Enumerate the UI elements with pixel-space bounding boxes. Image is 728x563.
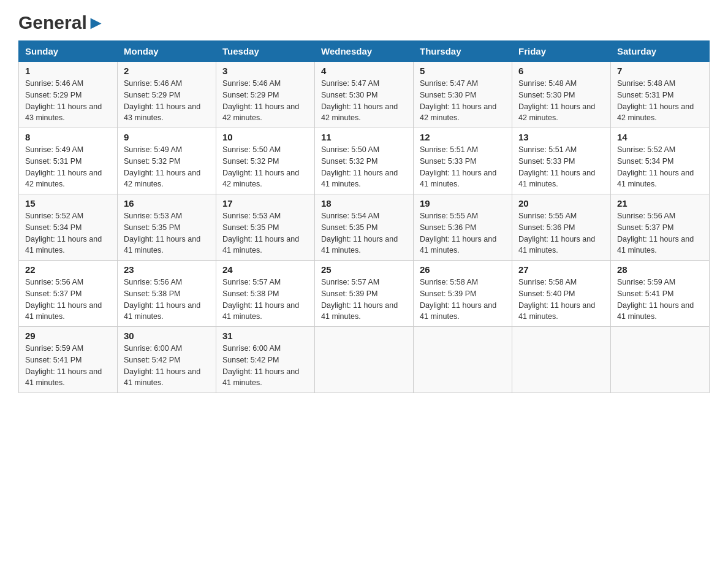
daylight-label: Daylight: 11 hours and 42 minutes.	[222, 102, 299, 123]
calendar-header-row: Sunday Monday Tuesday Wednesday Thursday…	[19, 41, 710, 62]
daylight-label: Daylight: 11 hours and 43 minutes.	[124, 102, 200, 123]
calendar-cell-w1-d6: 6 Sunrise: 5:48 AM Sunset: 5:30 PM Dayli…	[512, 62, 611, 128]
sunset-label: Sunset: 5:32 PM	[124, 157, 180, 166]
calendar-cell-w2-d4: 11 Sunrise: 5:50 AM Sunset: 5:32 PM Dayl…	[315, 128, 414, 194]
calendar-week-2: 8 Sunrise: 5:49 AM Sunset: 5:31 PM Dayli…	[19, 128, 710, 194]
calendar-cell-w4-d5: 26 Sunrise: 5:58 AM Sunset: 5:39 PM Dayl…	[414, 261, 512, 327]
sunset-label: Sunset: 5:29 PM	[222, 91, 279, 99]
header-tuesday: Tuesday	[216, 41, 315, 62]
calendar-cell-w5-d2: 30 Sunrise: 6:00 AM Sunset: 5:42 PM Dayl…	[118, 327, 216, 393]
calendar-cell-w4-d6: 27 Sunrise: 5:58 AM Sunset: 5:40 PM Dayl…	[512, 261, 611, 327]
calendar-cell-w2-d2: 9 Sunrise: 5:49 AM Sunset: 5:32 PM Dayli…	[118, 128, 216, 194]
calendar-cell-w4-d7: 28 Sunrise: 5:59 AM Sunset: 5:41 PM Dayl…	[611, 261, 710, 327]
sunset-label: Sunset: 5:30 PM	[420, 91, 476, 99]
calendar-week-1: 1 Sunrise: 5:46 AM Sunset: 5:29 PM Dayli…	[19, 62, 710, 128]
day-info: Sunrise: 5:52 AM Sunset: 5:34 PM Dayligh…	[25, 210, 111, 256]
logo-image: General►	[18, 12, 105, 33]
sunset-label: Sunset: 5:36 PM	[420, 223, 476, 232]
day-number: 16	[124, 198, 210, 209]
sunset-label: Sunset: 5:29 PM	[124, 91, 180, 99]
day-number: 21	[617, 198, 703, 209]
day-number: 17	[222, 198, 308, 209]
day-number: 2	[124, 66, 210, 76]
daylight-label: Daylight: 11 hours and 41 minutes.	[518, 235, 595, 255]
day-number: 31	[222, 331, 308, 341]
calendar-cell-w1-d2: 2 Sunrise: 5:46 AM Sunset: 5:29 PM Dayli…	[118, 62, 216, 128]
sunrise-label: Sunrise: 5:58 AM	[420, 278, 478, 286]
header-sunday: Sunday	[19, 41, 118, 62]
calendar-cell-w5-d5	[414, 327, 512, 393]
day-number: 6	[518, 66, 604, 76]
daylight-label: Daylight: 11 hours and 42 minutes.	[321, 102, 398, 123]
day-number: 10	[222, 132, 308, 142]
calendar-cell-w5-d7	[611, 327, 710, 393]
calendar-cell-w2-d6: 13 Sunrise: 5:51 AM Sunset: 5:33 PM Dayl…	[512, 128, 611, 194]
calendar-cell-w5-d6	[512, 327, 611, 393]
daylight-label: Daylight: 11 hours and 41 minutes.	[617, 169, 694, 189]
day-info: Sunrise: 5:47 AM Sunset: 5:30 PM Dayligh…	[321, 78, 407, 124]
calendar-cell-w2-d1: 8 Sunrise: 5:49 AM Sunset: 5:31 PM Dayli…	[19, 128, 118, 194]
daylight-label: Daylight: 11 hours and 41 minutes.	[124, 235, 200, 255]
calendar-cell-w1-d4: 4 Sunrise: 5:47 AM Sunset: 5:30 PM Dayli…	[315, 62, 414, 128]
sunrise-label: Sunrise: 5:56 AM	[25, 278, 83, 286]
daylight-label: Daylight: 11 hours and 41 minutes.	[25, 367, 102, 388]
sunset-label: Sunset: 5:32 PM	[321, 157, 377, 166]
day-number: 26	[420, 264, 506, 275]
sunset-label: Sunset: 5:29 PM	[25, 91, 82, 99]
day-number: 22	[25, 264, 111, 275]
sunrise-label: Sunrise: 6:00 AM	[124, 344, 182, 353]
calendar-week-3: 15 Sunrise: 5:52 AM Sunset: 5:34 PM Dayl…	[19, 194, 710, 261]
sunrise-label: Sunrise: 5:56 AM	[617, 212, 675, 220]
daylight-label: Daylight: 11 hours and 42 minutes.	[518, 102, 595, 123]
sunset-label: Sunset: 5:37 PM	[617, 223, 673, 232]
day-number: 23	[124, 264, 210, 275]
day-info: Sunrise: 5:50 AM Sunset: 5:32 PM Dayligh…	[222, 144, 308, 190]
day-number: 8	[25, 132, 111, 142]
sunrise-label: Sunrise: 5:57 AM	[321, 278, 379, 286]
sunset-label: Sunset: 5:34 PM	[617, 157, 673, 166]
day-info: Sunrise: 5:56 AM Sunset: 5:38 PM Dayligh…	[124, 277, 210, 323]
daylight-label: Daylight: 11 hours and 41 minutes.	[617, 301, 694, 321]
day-info: Sunrise: 5:50 AM Sunset: 5:32 PM Dayligh…	[321, 144, 407, 190]
sunset-label: Sunset: 5:31 PM	[617, 91, 673, 99]
sunset-label: Sunset: 5:35 PM	[321, 223, 377, 232]
day-number: 4	[321, 66, 407, 76]
sunset-label: Sunset: 5:38 PM	[124, 289, 180, 298]
day-info: Sunrise: 5:51 AM Sunset: 5:33 PM Dayligh…	[518, 144, 604, 190]
day-number: 12	[420, 132, 506, 142]
day-info: Sunrise: 5:56 AM Sunset: 5:37 PM Dayligh…	[617, 210, 703, 256]
sunset-label: Sunset: 5:41 PM	[25, 356, 82, 364]
daylight-label: Daylight: 11 hours and 41 minutes.	[321, 301, 398, 321]
day-info: Sunrise: 5:53 AM Sunset: 5:35 PM Dayligh…	[124, 210, 210, 256]
daylight-label: Daylight: 11 hours and 41 minutes.	[222, 367, 299, 388]
header-friday: Friday	[512, 41, 611, 62]
day-info: Sunrise: 5:51 AM Sunset: 5:33 PM Dayligh…	[420, 144, 506, 190]
day-info: Sunrise: 5:48 AM Sunset: 5:31 PM Dayligh…	[617, 78, 703, 124]
daylight-label: Daylight: 11 hours and 41 minutes.	[222, 301, 299, 321]
sunrise-label: Sunrise: 5:59 AM	[25, 344, 83, 353]
daylight-label: Daylight: 11 hours and 42 minutes.	[124, 169, 200, 189]
sunrise-label: Sunrise: 5:48 AM	[518, 79, 577, 88]
daylight-label: Daylight: 11 hours and 41 minutes.	[518, 169, 595, 189]
day-number: 20	[518, 198, 604, 209]
calendar-cell-w1-d5: 5 Sunrise: 5:47 AM Sunset: 5:30 PM Dayli…	[414, 62, 512, 128]
day-info: Sunrise: 5:55 AM Sunset: 5:36 PM Dayligh…	[420, 210, 506, 256]
sunrise-label: Sunrise: 5:59 AM	[617, 278, 675, 286]
day-info: Sunrise: 5:58 AM Sunset: 5:39 PM Dayligh…	[420, 277, 506, 323]
daylight-label: Daylight: 11 hours and 41 minutes.	[124, 367, 200, 388]
calendar-cell-w2-d5: 12 Sunrise: 5:51 AM Sunset: 5:33 PM Dayl…	[414, 128, 512, 194]
calendar-cell-w4-d2: 23 Sunrise: 5:56 AM Sunset: 5:38 PM Dayl…	[118, 261, 216, 327]
sunrise-label: Sunrise: 5:52 AM	[25, 212, 83, 220]
sunrise-label: Sunrise: 5:56 AM	[124, 278, 182, 286]
day-number: 7	[617, 66, 703, 76]
sunset-label: Sunset: 5:32 PM	[222, 157, 279, 166]
sunrise-label: Sunrise: 5:48 AM	[617, 79, 675, 88]
calendar-week-5: 29 Sunrise: 5:59 AM Sunset: 5:41 PM Dayl…	[19, 327, 710, 393]
day-number: 9	[124, 132, 210, 142]
calendar-cell-w3-d7: 21 Sunrise: 5:56 AM Sunset: 5:37 PM Dayl…	[611, 194, 710, 261]
day-info: Sunrise: 5:59 AM Sunset: 5:41 PM Dayligh…	[617, 277, 703, 323]
sunrise-label: Sunrise: 5:58 AM	[518, 278, 577, 286]
day-info: Sunrise: 5:58 AM Sunset: 5:40 PM Dayligh…	[518, 277, 604, 323]
sunset-label: Sunset: 5:31 PM	[25, 157, 82, 166]
sunset-label: Sunset: 5:35 PM	[124, 223, 180, 232]
